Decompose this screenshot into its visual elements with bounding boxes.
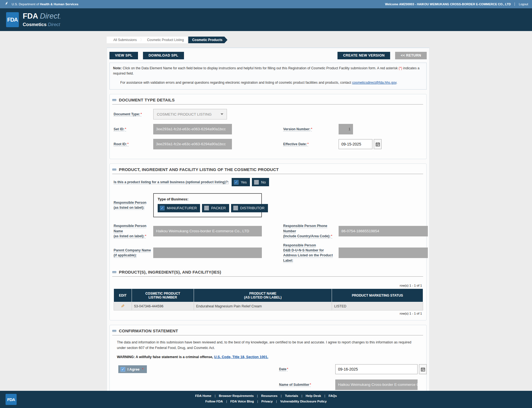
responsible-person-phone-field: 86-0754-18665519854 (339, 226, 428, 236)
view-spl-button[interactable]: VIEW SPL (109, 52, 138, 59)
section-title: CONFIRMATION STATEMENT (119, 328, 178, 333)
dropdown-arrow-icon (221, 113, 223, 115)
edit-pencil-icon[interactable]: ✎ (116, 304, 129, 309)
footer-link-follow-fda[interactable]: Follow FDA (205, 400, 223, 403)
document-type-select: COSMETIC PRODUCT LISTING (153, 109, 227, 119)
checkbox-unchecked-icon (254, 180, 259, 185)
app-subtitle-main: Cosmetics (23, 22, 48, 27)
products-table: EDIT COSMETIC PRODUCT LISTING NUMBER PRO… (114, 289, 423, 310)
fda-logo: FDA (6, 12, 19, 27)
row-count-top: row(s) 1 - 1 of 1 (112, 284, 422, 287)
create-new-version-button[interactable]: CREATE NEW VERSION (337, 52, 390, 59)
footer-link-tutorials[interactable]: Tutorials (285, 394, 298, 397)
effective-date-input[interactable] (339, 139, 372, 149)
marketing-status-cell: LISTED (332, 302, 423, 310)
calendar-icon[interactable] (419, 364, 427, 374)
responsible-person-phone-label[interactable]: Responsible Person Phone Number (Include… (283, 223, 339, 239)
listing-number-column-header: COSMETIC PRODUCT LISTING NUMBER (132, 289, 194, 302)
app-title-accent: Direct (40, 12, 60, 20)
fda-logo-footer: FDA (6, 394, 17, 405)
i-agree-checkbox[interactable]: ✓ I Agree * (118, 365, 147, 373)
breadcrumb-all-submissions[interactable]: All Submissions (111, 38, 140, 42)
manufacturer-checkbox[interactable]: ✓ MANUFACTURER (158, 204, 200, 212)
product-name-column-header: PRODUCT NAME (AS LISTED ON LABEL) (194, 289, 332, 302)
type-of-business-label: Type of Business: (158, 197, 257, 201)
checkbox-checked-icon: ✓ (234, 180, 239, 185)
footer-link-browser-requirements[interactable]: Browser Requirements (219, 394, 254, 397)
packer-checkbox[interactable]: PACKER (202, 204, 229, 212)
assistance-text: For assistance with validation errors an… (120, 80, 423, 85)
chevron-right-icon: 〉 (140, 37, 144, 42)
table-row: ✎ 53-047346-444596 Enduraheal Magnesium … (114, 302, 423, 310)
checkbox-unchecked-icon (204, 206, 209, 210)
warning-text: WARNING: A willfully false statement is … (117, 355, 423, 359)
footer-link-fda-home[interactable]: FDA Home (195, 394, 211, 397)
document-type-label[interactable]: Document Type:* (114, 112, 153, 117)
footer-link-fda-voice-blog[interactable]: FDA Voice Blog (230, 400, 254, 403)
government-topbar: U.S. Department of Health & Human Servic… (0, 0, 532, 8)
subsection-title: PRODUCT(S), INGREDIENT(S), AND FACILITY(… (119, 270, 221, 274)
welcome-user-label: Welcome AMZ00003 - HAIKOU WEIMUKANG CROS… (385, 2, 511, 6)
breadcrumb-cosmetic-product-listing[interactable]: Cosmetic Product Listing (144, 38, 187, 42)
footer-link-faqs[interactable]: FAQs (329, 394, 337, 397)
parent-company-label[interactable]: Parent Company Name (if applicable): (114, 248, 153, 258)
app-header: FDA FDA Direct. Cosmetics Direct (0, 8, 532, 31)
parent-company-field (153, 248, 262, 258)
us-code-link[interactable]: U.S. Code, Title 18, Section 1001. (214, 355, 268, 359)
confirmation-statement-section: CONFIRMATION STATEMENT The data and info… (109, 325, 427, 400)
confirmation-date-input[interactable] (335, 364, 418, 374)
responsible-person-label[interactable]: Responsible Person (as listed on label): (114, 200, 153, 210)
product-name-cell: Enduraheal Magnesium Pain Relief Cream (194, 302, 332, 310)
set-id-field: 3ee293a1-fc2d-e63c-e063-6294a90a1bcc (153, 124, 232, 134)
checkbox-checked-icon: ✓ (160, 206, 165, 210)
app-subtitle-accent: Direct (48, 22, 60, 27)
collapse-section-icon[interactable] (112, 169, 116, 171)
edit-column-header: EDIT (114, 289, 132, 302)
responsible-person-name-field: Haikou Weimukang Cross-border E-commerce… (153, 226, 262, 236)
footer-links-row-2: Follow FDA| FDA Voice Blog| Privacy| Vul… (205, 400, 327, 403)
collapse-section-icon[interactable] (112, 99, 116, 101)
confirmation-statement-text: The data and information in this submiss… (117, 340, 420, 351)
logout-link[interactable]: Logout (515, 2, 528, 6)
section-title: PRODUCT, INGREDIENT AND FACILITY LISTING… (119, 167, 279, 172)
date-label[interactable]: Date* (279, 367, 335, 372)
row-count-bottom: row(s) 1 - 1 of 1 (112, 312, 422, 315)
root-id-label[interactable]: Root ID:* (114, 142, 153, 147)
small-business-yes-checkbox[interactable]: ✓ Yes (232, 178, 250, 186)
return-button[interactable]: << RETURN (395, 52, 427, 59)
download-spl-button[interactable]: DOWNLOAD SPL (143, 52, 184, 59)
type-of-business-fieldset: Type of Business: ✓ MANUFACTURER PACKER (153, 193, 262, 217)
department-label: U.S. Department of Health & Human Servic… (12, 2, 78, 6)
set-id-label[interactable]: Set ID:* (114, 127, 153, 132)
app-title-dot: . (60, 15, 61, 19)
footer-link-privacy[interactable]: Privacy (261, 400, 273, 403)
calendar-icon[interactable] (374, 139, 382, 149)
duns-number-field (339, 248, 428, 258)
collapse-section-icon[interactable] (112, 330, 116, 332)
note-text: Note: Click on the Data Element Name for… (113, 66, 423, 76)
section-title: DOCUMENT TYPE DETAILS (119, 98, 175, 102)
version-number-field: 1 (339, 124, 353, 134)
marketing-status-column-header: PRODUCT MARKETING STATUS (332, 289, 423, 302)
breadcrumb: All Submissions 〉 Cosmetic Product Listi… (107, 37, 429, 43)
duns-number-label[interactable]: Responsible Person D&B D-U-N-S Number fo… (283, 243, 339, 263)
small-business-label[interactable]: Is this a product listing for a small bu… (114, 180, 229, 185)
responsible-person-name-label[interactable]: Responsible Person Name (as listed on la… (114, 223, 153, 239)
footer-link-help-desk[interactable]: Help Desk (306, 394, 321, 397)
footer-links-row-1: FDA Home| Browser Requirements| Resource… (195, 394, 337, 397)
collapse-section-icon[interactable] (112, 271, 116, 273)
app-title: FDA Direct. Cosmetics Direct (23, 12, 60, 27)
footer-link-vulnerability-disclosure[interactable]: Vulnerability Disclosure Policy (280, 400, 327, 403)
product-ingredient-facility-section: PRODUCT, INGREDIENT AND FACILITY LISTING… (109, 164, 427, 320)
distributor-checkbox[interactable]: DISTRIBUTOR (231, 204, 268, 212)
version-number-label[interactable]: Version Number:* (283, 127, 339, 132)
checkbox-unchecked-icon (233, 206, 238, 210)
app-title-main: FDA (23, 12, 40, 20)
listing-number-cell: 53-047346-444596 (132, 302, 194, 310)
main-content-panel: VIEW SPL DOWNLOAD SPL CREATE NEW VERSION… (107, 48, 429, 408)
contact-email-link[interactable]: cosmeticsdirect@fda.hhs.gov (352, 81, 397, 85)
name-of-submitter-label[interactable]: Name of Submitter* (279, 382, 335, 387)
effective-date-label[interactable]: Effective Date:* (283, 142, 339, 147)
small-business-no-checkbox[interactable]: No (252, 178, 269, 186)
footer-link-resources[interactable]: Resources (261, 394, 278, 397)
